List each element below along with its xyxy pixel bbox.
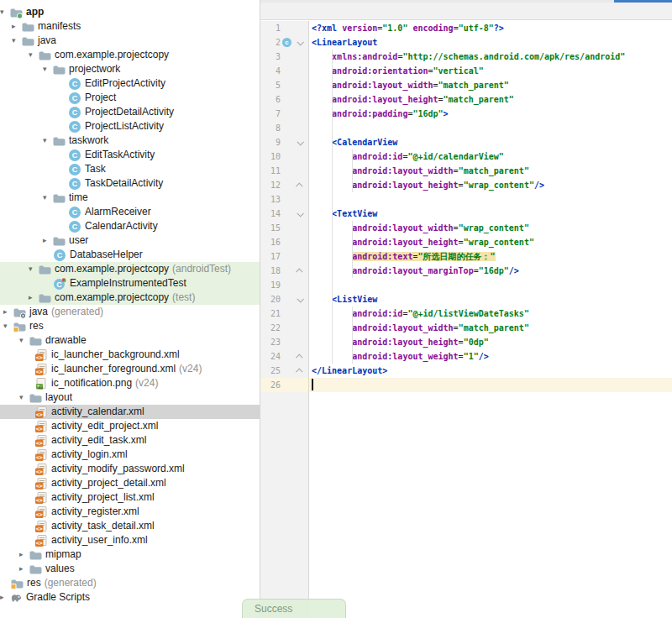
- code-line-14[interactable]: 14 <TextView: [260, 207, 672, 221]
- code-line-16[interactable]: 16 android:layout_height="wrap_content": [260, 235, 672, 249]
- tree-item-mipmap[interactable]: ▸mipmap: [0, 547, 260, 562]
- code-text[interactable]: [309, 121, 312, 135]
- code-text[interactable]: android:layout_weight="1"/>: [309, 349, 489, 364]
- code-line-2[interactable]: 2c<LinearLayout: [260, 35, 672, 50]
- tree-item-com-example-projectcopy[interactable]: ▸com.example.projectcopy(test): [0, 291, 260, 305]
- code-text[interactable]: xmlns:android="http://schemas.android.co…: [309, 50, 625, 64]
- code-line-1[interactable]: 1<?xml version="1.0" encoding="utf-8"?>: [260, 21, 672, 35]
- code-text[interactable]: android:orientation="vertical": [309, 64, 484, 78]
- tree-item-calendaractivity[interactable]: CCalendarActivity: [0, 219, 260, 233]
- code-line-7[interactable]: 7 android:padding="16dp">: [260, 107, 672, 121]
- chevron-right-icon[interactable]: ▸: [3, 305, 13, 319]
- tree-item-drawable[interactable]: ▾drawable: [0, 333, 260, 348]
- chevron-down-icon[interactable]: ▾: [0, 5, 9, 19]
- tree-item-editprojectactivity[interactable]: CEditProjectActivity: [0, 76, 260, 91]
- editor-filler[interactable]: [260, 392, 672, 618]
- code-text[interactable]: android:text="所选日期的任务：": [309, 249, 496, 264]
- code-text[interactable]: [309, 278, 312, 292]
- code-text[interactable]: </LinearLayout>: [309, 364, 387, 378]
- code-text[interactable]: android:layout_width="match_parent": [309, 164, 529, 178]
- tree-item-taskwork[interactable]: ▾taskwork: [0, 134, 260, 148]
- chevron-down-icon[interactable]: ▾: [43, 191, 52, 205]
- tree-item-manifests[interactable]: ▸manifests: [0, 19, 260, 34]
- code-text[interactable]: <ListView: [309, 292, 377, 306]
- code-line-10[interactable]: 10 android:id="@+id/calendarView": [260, 149, 672, 164]
- code-text[interactable]: android:id="@+id/listViewDateTasks": [309, 306, 529, 321]
- code-line-23[interactable]: 23 android:layout_height="0dp": [260, 335, 672, 349]
- chevron-down-icon[interactable]: ▾: [3, 319, 13, 333]
- chevron-right-icon[interactable]: ▸: [29, 291, 38, 305]
- tree-item-java[interactable]: ▸java(generated): [0, 305, 260, 319]
- code-text[interactable]: <CalendarView: [309, 135, 397, 149]
- tree-item-app[interactable]: ▾app: [0, 5, 260, 19]
- tree-item-time[interactable]: ▾time: [0, 191, 260, 205]
- chevron-right-icon[interactable]: ▸: [0, 590, 9, 605]
- code-line-15[interactable]: 15 android:layout_width="wrap_content": [260, 221, 672, 235]
- code-line-22[interactable]: 22 android:layout_width="match_parent": [260, 321, 672, 335]
- fold-down-icon[interactable]: [297, 39, 303, 45]
- tree-item-activity-task-detail-xml[interactable]: <>activity_task_detail.xml: [0, 519, 260, 533]
- tree-item-databasehelper[interactable]: CDatabaseHelper: [0, 248, 260, 262]
- code-text[interactable]: android:layout_height="wrap_content": [309, 235, 534, 249]
- chevron-right-icon[interactable]: ▸: [19, 547, 29, 562]
- code-line-3[interactable]: 3 xmlns:android="http://schemas.android.…: [260, 50, 672, 64]
- code-line-4[interactable]: 4 android:orientation="vertical": [260, 64, 672, 78]
- code-text[interactable]: android:layout_height="match_parent": [309, 92, 514, 107]
- fold-down-icon[interactable]: [297, 210, 303, 217]
- chevron-down-icon[interactable]: ▾: [29, 48, 38, 62]
- tree-item-activity-modify-password-xml[interactable]: <>activity_modify_password.xml: [0, 462, 260, 476]
- tree-item-project[interactable]: CProject: [0, 91, 260, 105]
- tree-item-activity-user-info-xml[interactable]: <>activity_user_info.xml: [0, 533, 260, 547]
- tree-item-activity-edit-task-xml[interactable]: <>activity_edit_task.xml: [0, 433, 260, 448]
- tree-item-activity-project-detail-xml[interactable]: <>activity_project_detail.xml: [0, 476, 260, 490]
- code-line-17[interactable]: 17 android:text="所选日期的任务：": [260, 249, 672, 264]
- code-line-18[interactable]: 18 android:layout_marginTop="16dp"/>: [260, 264, 672, 278]
- code-text[interactable]: android:padding="16dp">: [309, 107, 449, 121]
- tree-item-com-example-projectcopy[interactable]: ▾com.example.projectcopy(androidTest): [0, 262, 260, 276]
- code-text[interactable]: <?xml version="1.0" encoding="utf-8"?>: [309, 21, 504, 35]
- code-line-21[interactable]: 21 android:id="@+id/listViewDateTasks": [260, 306, 672, 321]
- tree-item-values[interactable]: ▸values: [0, 562, 260, 576]
- tree-item-taskdetailactivity[interactable]: CTaskDetailActivity: [0, 176, 260, 191]
- code-text[interactable]: [309, 192, 312, 207]
- tree-item-projectwork[interactable]: ▾projectwork: [0, 62, 260, 76]
- code-line-5[interactable]: 5 android:layout_width="match_parent": [260, 78, 672, 92]
- code-text[interactable]: android:layout_height="0dp": [309, 335, 489, 349]
- chevron-down-icon[interactable]: ▾: [19, 333, 29, 348]
- tree-item-res[interactable]: ▾res: [0, 319, 260, 333]
- code-line-11[interactable]: 11 android:layout_width="match_parent": [260, 164, 672, 178]
- code-text[interactable]: <TextView: [309, 207, 377, 221]
- chevron-down-icon[interactable]: ▾: [29, 262, 38, 276]
- code-text[interactable]: [309, 392, 312, 618]
- tree-item-com-example-projectcopy[interactable]: ▾com.example.projectcopy: [0, 48, 260, 62]
- chevron-right-icon[interactable]: ▸: [19, 562, 29, 576]
- code-line-8[interactable]: 8: [260, 121, 672, 135]
- tree-item-alarmreceiver[interactable]: CAlarmReceiver: [0, 205, 260, 219]
- fold-down-icon[interactable]: [297, 296, 303, 302]
- tree-item-projectlistactivity[interactable]: CProjectListActivity: [0, 119, 260, 134]
- code-text[interactable]: <LinearLayout: [309, 35, 377, 50]
- fold-up-icon[interactable]: [296, 268, 302, 275]
- tree-item-activity-calendar-xml[interactable]: <>activity_calendar.xml: [0, 405, 260, 419]
- tree-item-activity-register-xml[interactable]: <>activity_register.xml: [0, 505, 260, 519]
- code-line-12[interactable]: 12 android:layout_height="wrap_content"/…: [260, 178, 672, 192]
- code-line-20[interactable]: 20 <ListView: [260, 292, 672, 306]
- code-line-25[interactable]: 25</LinearLayout>: [260, 364, 672, 378]
- tree-item-activity-project-list-xml[interactable]: <>activity_project_list.xml: [0, 490, 260, 505]
- code-text[interactable]: android:id="@+id/calendarView": [309, 149, 504, 164]
- code-text[interactable]: android:layout_width="match_parent": [309, 78, 509, 92]
- code-text[interactable]: android:layout_marginTop="16dp"/>: [309, 264, 519, 278]
- tree-item-ic-launcher-foreground-xml[interactable]: <>ic_launcher_foreground.xml(v24): [0, 362, 260, 376]
- tree-item-java[interactable]: ▾java: [0, 34, 260, 48]
- code-editor[interactable]: 1<?xml version="1.0" encoding="utf-8"?>2…: [260, 21, 672, 618]
- code-line-19[interactable]: 19: [260, 278, 672, 292]
- tree-item-layout[interactable]: ▾layout: [0, 390, 260, 405]
- code-text[interactable]: android:layout_width="match_parent": [309, 321, 529, 335]
- class-marker-icon[interactable]: c: [282, 38, 291, 47]
- fold-up-icon[interactable]: [296, 354, 302, 360]
- tree-item-exampleinstrumentedtest[interactable]: CExampleInstrumentedTest: [0, 276, 260, 291]
- tree-item-gradle-scripts[interactable]: ▸Gradle Scripts: [0, 590, 260, 605]
- chevron-down-icon[interactable]: ▾: [12, 34, 21, 48]
- tree-item-activity-edit-project-xml[interactable]: <>activity_edit_project.xml: [0, 419, 260, 433]
- fold-up-icon[interactable]: [296, 182, 302, 189]
